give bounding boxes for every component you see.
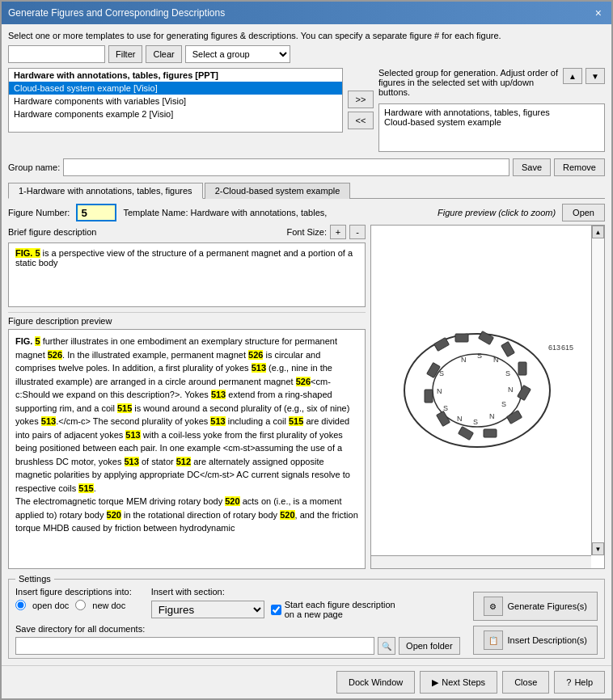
- figure-svg: N S N S N S N S N S N S 613 615: [388, 326, 574, 455]
- svg-rect-11: [437, 411, 450, 427]
- open-doc-radio[interactable]: [15, 600, 26, 610]
- svg-text:N: N: [461, 356, 467, 364]
- list-item[interactable]: Hardware components example 2 [Visio]: [9, 108, 342, 120]
- move-up-button[interactable]: ▲: [563, 68, 582, 84]
- svg-rect-2: [434, 338, 450, 352]
- font-decrease-button[interactable]: -: [349, 225, 366, 239]
- generate-figures-button[interactable]: ⚙ Generate Figures(s): [473, 592, 598, 621]
- svg-rect-3: [455, 334, 468, 342]
- brief-desc-header: Brief figure description Font Size: + -: [8, 225, 366, 239]
- insert-icon: 📋: [484, 630, 503, 650]
- start-new-page-label: Start each figure descriptionon a new pa…: [285, 600, 395, 619]
- main-window: Generate Figures and Corresponding Descr…: [0, 0, 613, 700]
- svg-rect-6: [518, 362, 526, 375]
- close-window-button[interactable]: ×: [592, 6, 605, 19]
- move-down-button[interactable]: ▼: [586, 68, 605, 84]
- list-item[interactable]: Hardware with annotations, tables, figur…: [9, 69, 342, 82]
- fig-desc-preview: FIG. 5 further illustrates in one embodi…: [8, 329, 366, 569]
- svg-text:N: N: [437, 387, 442, 395]
- right-panel: N S N S N S N S N S N S 613 615: [370, 225, 605, 569]
- close-button[interactable]: Close: [502, 671, 549, 694]
- font-size-row: Font Size: + -: [286, 225, 366, 239]
- selected-group-item[interactable]: Cloud-based system example: [384, 117, 599, 127]
- scroll-track-v: [592, 238, 604, 542]
- svg-rect-8: [507, 411, 522, 424]
- svg-rect-5: [501, 342, 515, 357]
- start-new-page-row: Start each figure descriptionon a new pa…: [271, 600, 395, 619]
- filter-input[interactable]: [8, 45, 105, 63]
- clear-button[interactable]: Clear: [146, 45, 181, 63]
- group-select[interactable]: Select a group: [185, 45, 290, 63]
- new-doc-radio[interactable]: [75, 600, 86, 610]
- dock-window-button[interactable]: Dock Window: [336, 671, 415, 694]
- title-bar: Generate Figures and Corresponding Descr…: [2, 2, 611, 24]
- filter-row: Filter Clear Select a group: [8, 45, 605, 63]
- main-area: Brief figure description Font Size: + - …: [8, 225, 605, 569]
- top-description: Select one or more templates to use for …: [8, 31, 605, 40]
- list-item[interactable]: Cloud-based system example [Visio]: [9, 82, 342, 95]
- save-dir-label: Save directory for all documents:: [15, 624, 460, 634]
- figure-number-input[interactable]: [76, 204, 116, 221]
- figure-preview-box[interactable]: N S N S N S N S N S N S 613 615: [370, 225, 605, 569]
- settings-section: Settings Insert figure descriptions into…: [8, 574, 605, 659]
- next-steps-button[interactable]: ▶ Next Steps: [420, 671, 497, 694]
- remove-group-button[interactable]: Remove: [554, 158, 605, 176]
- svg-text:S: S: [505, 369, 510, 377]
- brief-desc-text: is a perspective view of the structure o…: [15, 248, 353, 268]
- open-figure-button[interactable]: Open: [562, 204, 605, 221]
- open-folder-button[interactable]: Open folder: [399, 637, 459, 655]
- remove-from-group-button[interactable]: <<: [348, 112, 374, 129]
- font-size-label: Font Size:: [286, 227, 327, 237]
- add-to-group-button[interactable]: >>: [348, 91, 374, 108]
- list-item[interactable]: Hardware components with variables [Visi…: [9, 95, 342, 108]
- open-doc-label: open doc: [32, 601, 69, 610]
- insert-section-select[interactable]: Figures Description None: [151, 601, 264, 618]
- preview-text: FIG. 5 further illustrates in one embodi…: [15, 336, 358, 533]
- next-steps-icon: ▶: [432, 677, 438, 688]
- filter-button[interactable]: Filter: [108, 45, 142, 63]
- scroll-up-button[interactable]: ▲: [592, 226, 604, 238]
- svg-text:N: N: [457, 415, 463, 423]
- figure-number-row: Figure Number: Template Name: Hardware w…: [8, 204, 605, 221]
- help-button[interactable]: ? Help: [554, 671, 605, 694]
- selected-group-item[interactable]: Hardware with annotations, tables, figur…: [384, 108, 599, 117]
- brief-desc-box[interactable]: FIG. 5 is a perspective view of the stru…: [8, 242, 366, 307]
- svg-text:S: S: [439, 369, 444, 377]
- save-dir-input[interactable]: [15, 637, 374, 655]
- window-title: Generate Figures and Corresponding Descr…: [8, 7, 225, 19]
- browse-button[interactable]: 🔍: [378, 637, 395, 655]
- save-dir-input-row: 🔍 Open folder: [15, 637, 460, 655]
- selected-group-header: Selected group for generation. Adjust or…: [378, 68, 563, 97]
- svg-text:N: N: [493, 356, 499, 364]
- generate-icon: ⚙: [484, 597, 503, 616]
- fig-highlight: FIG. 5: [15, 248, 40, 258]
- tab-cloud[interactable]: 2-Cloud-based system example: [205, 183, 351, 199]
- fig-desc-preview-label: Figure description preview: [8, 312, 366, 326]
- figure-vertical-scrollbar[interactable]: ▲ ▼: [591, 226, 604, 555]
- group-name-input[interactable]: [63, 158, 509, 176]
- save-group-button[interactable]: Save: [513, 158, 551, 176]
- svg-rect-9: [484, 429, 497, 437]
- svg-rect-10: [459, 427, 474, 441]
- insert-description-button[interactable]: 📋 Insert Description(s): [473, 626, 598, 655]
- selected-group-container: Selected group for generation. Adjust or…: [378, 68, 605, 152]
- left-panel: Brief figure description Font Size: + - …: [8, 225, 366, 569]
- content-area: Select one or more templates to use for …: [2, 24, 611, 665]
- save-dir-row: Save directory for all documents: 🔍 Open…: [15, 624, 460, 655]
- start-new-page-checkbox[interactable]: [271, 605, 281, 615]
- figure-horizontal-scrollbar[interactable]: [371, 555, 591, 568]
- updown-buttons: ▲ ▼: [563, 68, 605, 84]
- svg-text:N: N: [508, 386, 514, 394]
- insert-into-label: Insert figure descriptions into:: [15, 587, 132, 597]
- font-increase-button[interactable]: +: [330, 225, 346, 239]
- svg-rect-13: [427, 363, 441, 378]
- insert-radio-row: open doc new doc: [15, 600, 132, 610]
- svg-text:S: S: [477, 352, 482, 360]
- tabs-bar: 1-Hardware with annotations, tables, fig…: [8, 183, 605, 199]
- scroll-down-button[interactable]: ▼: [592, 542, 604, 555]
- tab-hardware[interactable]: 1-Hardware with annotations, tables, fig…: [8, 183, 203, 199]
- insert-section-label: Insert with section:: [151, 587, 395, 597]
- new-doc-label: new doc: [92, 601, 125, 610]
- svg-text:S: S: [501, 400, 506, 408]
- svg-text:S: S: [443, 404, 448, 412]
